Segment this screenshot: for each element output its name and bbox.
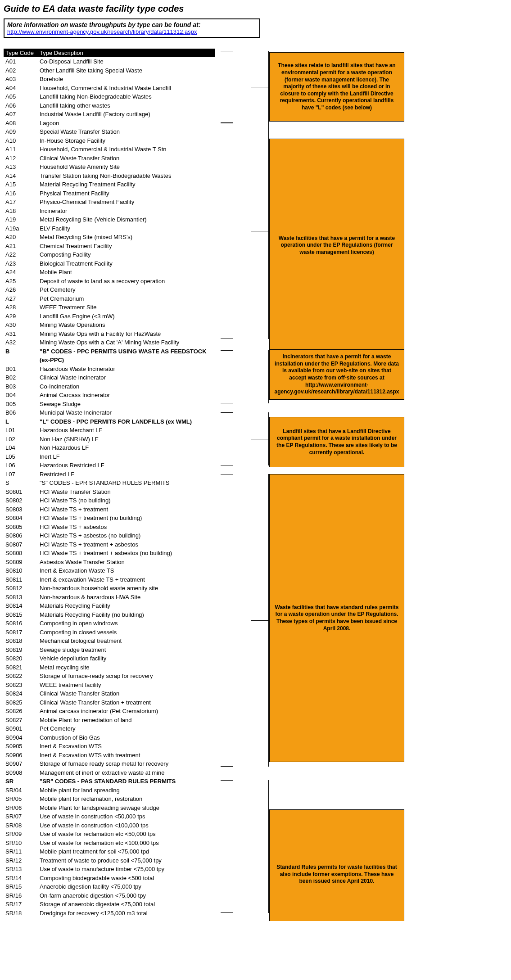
cell-desc: WEEE treatment facility — [38, 681, 215, 690]
cell-code: A30 — [4, 321, 38, 330]
cell-desc: Mobile Plant for landspreading sewage sl… — [38, 804, 215, 813]
table-row: S0804HCI Waste TS + treatment (no buildi… — [4, 514, 215, 523]
annotation-box: Incinerators that have a permit for a wa… — [269, 349, 404, 400]
table-row: SR/10Use of waste for reclamation etc <1… — [4, 839, 215, 848]
cell-desc: Non Haz (SNRHW) LF — [38, 435, 215, 444]
cell-code: A27 — [4, 294, 38, 303]
table-row: S0824Clinical Waste Transfer Station — [4, 689, 215, 698]
cell-desc: On-farm anaerobic digestion <75,000 tpy — [38, 891, 215, 900]
table-row: SR/15Anaerobic digestion facility <75,00… — [4, 882, 215, 891]
cell-code: B02 — [4, 373, 38, 382]
cell-code: SR/07 — [4, 812, 38, 821]
cell-desc: Use of waste for reclamation etc <100,00… — [38, 839, 215, 848]
table-row: S0818Mechanical biological treatment — [4, 637, 215, 646]
cell-desc: "B" CODES - PPC PERMITS USING WASTE AS F… — [38, 347, 215, 365]
info-link[interactable]: http://www.environment-agency.gov.uk/res… — [7, 28, 197, 35]
cell-desc: Material Recycling Treatment Facility — [38, 180, 215, 189]
code-table: Type Code Type Description A01Co-Disposa… — [4, 49, 215, 917]
table-row: B05Sewage Sludge — [4, 400, 215, 409]
table-row: SR/07Use of waste in construction <50,00… — [4, 812, 215, 821]
table-row: A30Mining Waste Operations — [4, 321, 215, 330]
table-row: SR/08Use of waste in construction <100,0… — [4, 821, 215, 830]
cell-desc: Composting biodegradable waste <500 tota… — [38, 874, 215, 883]
table-row: SR/06Mobile Plant for landspreading sewa… — [4, 804, 215, 813]
cell-desc: Storage of anaerobic digestate <75,000 t… — [38, 900, 215, 909]
cell-code: A08 — [4, 119, 38, 128]
cell-desc: Deposit of waste to land as a recovery o… — [38, 277, 215, 286]
table-row: A14Transfer Station taking Non-Biodegrad… — [4, 172, 215, 181]
table-row: S0806HCI Waste TS + asbestos (no buildin… — [4, 531, 215, 540]
table-row: L"L" CODES - PPC PERMITS FOR LANDFILLS (… — [4, 417, 215, 426]
table-row: S0827Mobile Plant for remediation of lan… — [4, 716, 215, 725]
table-row: S"S" CODES - EPR STANDARD RULES PERMITS — [4, 479, 215, 488]
cell-desc: Animal carcass incinerator (Pet Cremator… — [38, 707, 215, 716]
table-row: S0905Inert & Excavation WTS — [4, 742, 215, 751]
table-row: A02Other Landfill Site taking Special Wa… — [4, 66, 215, 75]
cell-code: A02 — [4, 66, 38, 75]
brace-connector — [233, 350, 269, 403]
cell-code: S0904 — [4, 733, 38, 742]
cell-desc: Non-hazardous & hazardous HWA Site — [38, 593, 215, 602]
cell-desc: In-House Storage Facility — [38, 136, 215, 145]
col-header-desc: Type Description — [38, 49, 215, 57]
cell-code: SR/18 — [4, 909, 38, 918]
cell-code: A20 — [4, 233, 38, 242]
table-row: B04Animal Carcass Incinerator — [4, 391, 215, 400]
cell-code: S0812 — [4, 584, 38, 593]
table-row: SR/11Mobile plant treatment for soil <75… — [4, 847, 215, 856]
cell-code: L04 — [4, 443, 38, 452]
cell-code: S0907 — [4, 759, 38, 768]
table-row: A11Household, Commercial & Industrial Wa… — [4, 145, 215, 154]
table-row: A22Composting Facility — [4, 250, 215, 259]
cell-desc: Chemical Treatment Facility — [38, 242, 215, 251]
table-row: S0826Animal carcass incinerator (Pet Cre… — [4, 707, 215, 716]
cell-desc: Non-hazardous household waste amenity si… — [38, 584, 215, 593]
cell-desc: Mobile Plant — [38, 268, 215, 277]
table-row: SR/04Mobile plant for land spreading — [4, 786, 215, 795]
cell-desc: Inert & Excavation Waste TS — [38, 566, 215, 575]
table-row: L06Hazardous Restricted LF — [4, 461, 215, 470]
cell-code: A22 — [4, 250, 38, 259]
table-row: A09Special Waste Transfer Station — [4, 127, 215, 136]
cell-code: S0802 — [4, 496, 38, 505]
cell-code: L — [4, 417, 38, 426]
table-row: S0907Storage of furnace ready scrap meta… — [4, 759, 215, 768]
cell-code: A07 — [4, 110, 38, 119]
cell-desc: HCI Waste TS + treatment + asbestos (no … — [38, 549, 215, 558]
cell-desc: Household Waste Amenity Site — [38, 163, 215, 172]
cell-code: L01 — [4, 426, 38, 435]
cell-desc: Physico-Chemical Treatment Facility — [38, 198, 215, 207]
cell-code: S0827 — [4, 716, 38, 725]
table-row: S0822Storage of furnace-ready scrap for … — [4, 672, 215, 681]
table-row: A27Pet Crematorium — [4, 294, 215, 303]
table-row: A12Clinical Waste Transfer Station — [4, 154, 215, 163]
cell-code: B — [4, 347, 38, 365]
cell-code: SR/11 — [4, 847, 38, 856]
cell-code: B06 — [4, 408, 38, 417]
table-row: S0820Vehicle depollution facility — [4, 654, 215, 663]
cell-code: S0814 — [4, 601, 38, 610]
cell-desc: Non Hazardous LF — [38, 443, 215, 452]
cell-code: SR/10 — [4, 839, 38, 848]
table-row: B"B" CODES - PPC PERMITS USING WASTE AS … — [4, 347, 215, 365]
cell-code: S0824 — [4, 689, 38, 698]
table-row: S0819Sewage sludge treatment — [4, 646, 215, 655]
page-title: Guide to EA data waste facility type cod… — [4, 4, 507, 14]
table-row: SR"SR" CODES - PAS STANDARD RULES PERMIT… — [4, 777, 215, 786]
table-row: A07Industrial Waste Landfill (Factory cu… — [4, 110, 215, 119]
cell-desc: Municipal Waste Incinerator — [38, 408, 215, 417]
cell-code: A03 — [4, 75, 38, 84]
cell-desc: Pet Crematorium — [38, 294, 215, 303]
cell-desc: "SR" CODES - PAS STANDARD RULES PERMITS — [38, 777, 215, 786]
cell-code: A13 — [4, 163, 38, 172]
table-row: SR/13Use of waste to manufacture timber … — [4, 865, 215, 874]
cell-code: S0809 — [4, 558, 38, 567]
cell-desc: HCI Waste TS + treatment (no building) — [38, 514, 215, 523]
table-row: SR/09Use of waste for reclamation etc <5… — [4, 830, 215, 839]
cell-code: S0807 — [4, 540, 38, 549]
table-row: S0809Asbestos Waste Transfer Station — [4, 558, 215, 567]
table-row: L02Non Haz (SNRHW) LF — [4, 435, 215, 444]
cell-code: SR/05 — [4, 795, 38, 804]
cell-code: SR/12 — [4, 856, 38, 865]
cell-desc: Use of waste in construction <100,000 tp… — [38, 821, 215, 830]
